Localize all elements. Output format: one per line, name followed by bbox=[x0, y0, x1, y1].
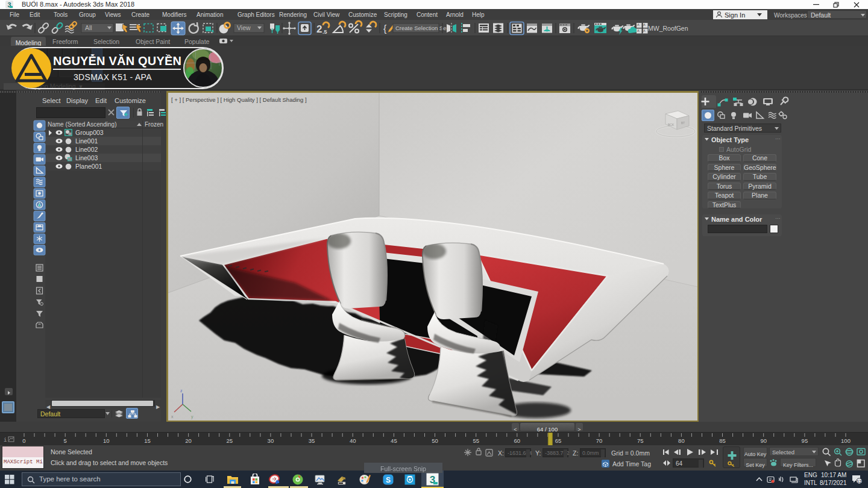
svg-text:60: 60 bbox=[514, 437, 521, 444]
svg-text:80: 80 bbox=[678, 437, 685, 444]
svg-text:15: 15 bbox=[144, 437, 151, 444]
svg-text:A: A bbox=[643, 23, 646, 27]
svg-text:0: 0 bbox=[22, 437, 25, 444]
svg-text:2: 2 bbox=[316, 23, 322, 35]
svg-text:85: 85 bbox=[719, 437, 726, 444]
svg-text:Create Selection Se: Create Selection Se bbox=[395, 25, 447, 31]
svg-text:A: A bbox=[637, 29, 640, 33]
svg-text:12: 12 bbox=[857, 479, 861, 484]
svg-text:All: All bbox=[85, 24, 92, 31]
svg-text:View: View bbox=[237, 24, 251, 31]
svg-text:5: 5 bbox=[64, 437, 67, 444]
svg-text:70: 70 bbox=[596, 437, 603, 444]
svg-text:35: 35 bbox=[309, 437, 315, 444]
svg-text:z: z bbox=[180, 389, 183, 393]
svg-text:A: A bbox=[643, 29, 646, 33]
svg-text:20: 20 bbox=[185, 437, 192, 444]
svg-text:55: 55 bbox=[473, 437, 479, 444]
svg-text:i: i bbox=[4, 437, 7, 443]
svg-text:25: 25 bbox=[227, 437, 233, 444]
svg-text:.5: .5 bbox=[322, 29, 327, 35]
svg-text:{: { bbox=[383, 23, 387, 34]
svg-text:y: y bbox=[191, 414, 193, 419]
svg-text:75: 75 bbox=[637, 437, 644, 444]
svg-text:A: A bbox=[637, 23, 640, 27]
svg-text:90: 90 bbox=[760, 437, 767, 444]
svg-text:30: 30 bbox=[268, 437, 274, 444]
svg-text:BCK: BCK bbox=[668, 123, 675, 127]
svg-text:50: 50 bbox=[432, 437, 438, 444]
svg-text:40: 40 bbox=[350, 437, 356, 444]
svg-text:S: S bbox=[386, 476, 391, 484]
svg-text:BT: BT bbox=[681, 121, 685, 125]
svg-text:45: 45 bbox=[391, 437, 397, 444]
svg-text:65: 65 bbox=[555, 437, 562, 444]
svg-text:[ + ] [ Perspective ] [ High Q: [ + ] [ Perspective ] [ High Quality ] [… bbox=[171, 96, 307, 103]
svg-text:10: 10 bbox=[103, 437, 110, 444]
svg-text:95: 95 bbox=[802, 437, 808, 444]
svg-text:100: 100 bbox=[841, 437, 851, 444]
svg-text:x: x bbox=[171, 414, 174, 419]
